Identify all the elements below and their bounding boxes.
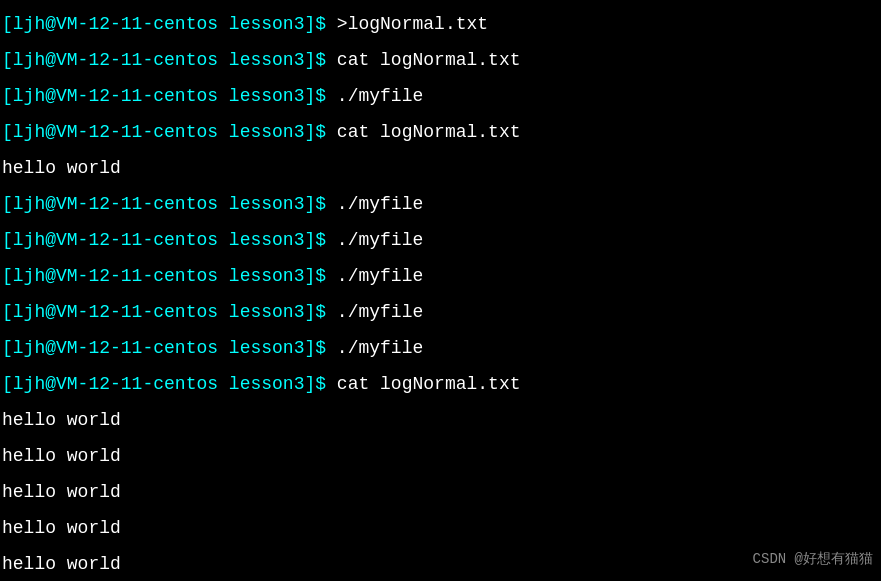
output-line: hello world [0,510,881,546]
prompt: [ljh@VM-12-11-centos lesson3]$ [2,230,337,250]
command-line: [ljh@VM-12-11-centos lesson3]$ ./myfile [0,258,881,294]
command-text: ./myfile [337,338,423,358]
prompt: [ljh@VM-12-11-centos lesson3]$ [2,374,337,394]
output-line: hello world [0,546,881,581]
prompt: [ljh@VM-12-11-centos lesson3]$ [2,338,337,358]
command-line: [ljh@VM-12-11-centos lesson3]$ cat logNo… [0,366,881,402]
command-line: [ljh@VM-12-11-centos lesson3]$ ./myfile [0,330,881,366]
output-text: hello world [2,446,121,466]
prompt: [ljh@VM-12-11-centos lesson3]$ [2,266,337,286]
command-line: [ljh@VM-12-11-centos lesson3]$ ./myfile [0,294,881,330]
output-text: hello world [2,554,121,574]
command-line: [ljh@VM-12-11-centos lesson3]$ ./myfile [0,222,881,258]
prompt: [ljh@VM-12-11-centos lesson3]$ [2,122,337,142]
command-line: [ljh@VM-12-11-centos lesson3]$ ./myfile [0,186,881,222]
output-text: hello world [2,482,121,502]
output-line: hello world [0,438,881,474]
command-text: ./myfile [337,266,423,286]
command-line: [ljh@VM-12-11-centos lesson3]$ >logNorma… [0,6,881,42]
command-text: cat logNormal.txt [337,122,521,142]
command-text: >logNormal.txt [337,14,488,34]
command-text: ./myfile [337,302,423,322]
prompt: [ljh@VM-12-11-centos lesson3]$ [2,302,337,322]
prompt: [ljh@VM-12-11-centos lesson3]$ [2,50,337,70]
command-line: [ljh@VM-12-11-centos lesson3]$ ./myfile [0,78,881,114]
prompt: [ljh@VM-12-11-centos lesson3]$ [2,194,337,214]
output-line: hello world [0,402,881,438]
watermark: CSDN @好想有猫猫 [753,541,873,577]
output-line: hello world [0,150,881,186]
terminal-window: [ljh@VM-12-11-centos lesson3]$ >logNorma… [0,4,881,581]
prompt: [ljh@VM-12-11-centos lesson3]$ [2,14,337,34]
prompt: [ljh@VM-12-11-centos lesson3]$ [2,86,337,106]
command-text: cat logNormal.txt [337,374,521,394]
output-text: hello world [2,410,121,430]
command-text: cat logNormal.txt [337,50,521,70]
command-line: [ljh@VM-12-11-centos lesson3]$ cat logNo… [0,42,881,78]
output-line: hello world [0,474,881,510]
command-text: ./myfile [337,194,423,214]
command-line: [ljh@VM-12-11-centos lesson3]$ cat logNo… [0,114,881,150]
output-text: hello world [2,158,121,178]
output-text: hello world [2,518,121,538]
command-text: ./myfile [337,230,423,250]
command-text: ./myfile [337,86,423,106]
